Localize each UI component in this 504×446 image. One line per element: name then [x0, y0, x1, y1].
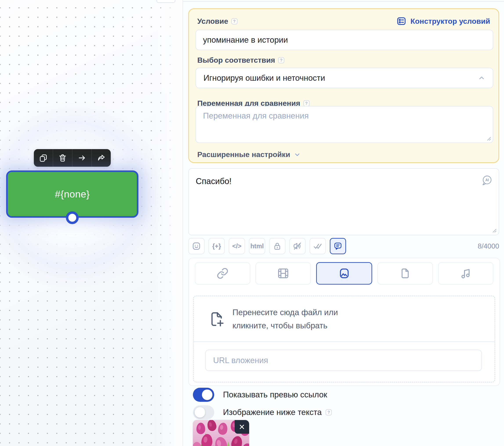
attachment-url-input[interactable] [205, 350, 482, 371]
attach-video-tab[interactable] [255, 262, 311, 285]
dropzone-text: Перенесите сюда файл или кликните, чтобы… [233, 306, 338, 332]
code-button-label: </> [232, 243, 241, 250]
condition-builder-icon [396, 16, 406, 26]
toggle-knob [202, 389, 213, 400]
trash-icon [58, 154, 67, 162]
insert-variable-button[interactable]: {+} [209, 238, 225, 254]
editor-toolbar: {+} </> html [188, 238, 499, 254]
condition-builder-label: Конструктор условий [410, 17, 490, 25]
variable-textarea[interactable] [196, 106, 493, 143]
arrow-right-icon [78, 154, 86, 162]
condition-help-icon[interactable]: ? [231, 18, 237, 24]
read-receipt-button[interactable] [309, 238, 326, 254]
attach-link-tab[interactable] [195, 262, 250, 285]
copy-node-button[interactable] [34, 149, 53, 167]
ai-icon: AI [481, 175, 493, 187]
emoji-icon [192, 241, 201, 251]
attach-file-tab[interactable] [378, 262, 433, 285]
comment-icon [333, 241, 342, 251]
toggle-knob [195, 407, 205, 418]
flow-node-none[interactable]: #{none} [6, 171, 138, 218]
link-preview-label: Показывать превью ссылок [223, 390, 327, 399]
html-button-label: html [250, 243, 264, 250]
film-icon [277, 267, 289, 279]
message-text: Спасибо! [196, 176, 232, 186]
chevron-up-icon [478, 74, 485, 82]
image-below-row: Изображение ниже текста ? [193, 405, 332, 419]
settings-panel: Условие ? Конструктор условий Выбор соот… [183, 0, 504, 446]
link-preview-row: Показывать превью ссылок [193, 388, 327, 402]
link-icon [216, 267, 229, 279]
variable-button-label: {+} [212, 243, 221, 250]
canvas-fade [154, 0, 183, 446]
flow-node-label: #{none} [55, 189, 90, 200]
chevron-down-icon [294, 151, 301, 158]
image-below-label: Изображение ниже текста [223, 408, 322, 417]
voice-off-icon [293, 241, 302, 251]
condition-builder-link[interactable]: Конструктор условий [396, 16, 490, 26]
share-node-button[interactable] [91, 149, 111, 167]
silent-message-button[interactable] [289, 238, 306, 254]
canvas-top-control[interactable] [156, 0, 175, 3]
condition-card: Условие ? Конструктор условий Выбор соот… [188, 8, 499, 163]
emoji-button[interactable] [188, 238, 205, 254]
connect-node-button[interactable] [72, 149, 91, 167]
advanced-settings-toggle[interactable]: Расширенные настройки [197, 150, 301, 159]
match-help-icon[interactable]: ? [278, 57, 284, 63]
code-button[interactable]: </> [229, 238, 245, 254]
attachment-tabs [195, 262, 493, 285]
attach-image-tab[interactable] [316, 262, 372, 285]
attach-audio-tab[interactable] [438, 262, 493, 285]
copy-icon [39, 154, 48, 162]
delete-node-button[interactable] [53, 149, 72, 167]
ai-badge-text: AI [485, 178, 489, 182]
remove-attachment-button[interactable] [235, 420, 249, 434]
variable-help-icon[interactable]: ? [303, 100, 309, 106]
forward-share-icon [97, 154, 106, 162]
condition-input[interactable] [196, 30, 493, 50]
file-plus-icon [208, 310, 225, 328]
flow-builder-app: #{none} Условие ? Конструктор условий [0, 0, 504, 446]
message-editor[interactable]: Спасибо! AI [188, 168, 499, 235]
flow-canvas[interactable]: #{none} [0, 0, 183, 446]
comment-button[interactable] [330, 238, 346, 254]
match-label: Выбор соответствия [197, 56, 275, 64]
ai-assistant-button[interactable]: AI [481, 175, 493, 187]
resize-handle-icon[interactable] [492, 228, 497, 233]
close-icon [238, 423, 245, 430]
html-button[interactable]: html [249, 238, 265, 254]
condition-label: Условие [197, 17, 228, 25]
char-counter: 8/4000 [478, 242, 499, 250]
file-icon [399, 267, 411, 279]
link-preview-toggle[interactable] [193, 388, 214, 402]
protect-content-button[interactable] [269, 238, 285, 254]
dropzone-divider [194, 341, 495, 342]
lock-icon [273, 241, 282, 251]
double-check-icon [313, 241, 322, 251]
panel-top-border [183, 1, 504, 2]
attachments-block: Перенесите сюда файл или кликните, чтобы… [188, 258, 500, 386]
image-below-help-icon[interactable]: ? [325, 409, 332, 415]
image-attachment-thumbnail [193, 420, 249, 446]
match-select[interactable]: Игнорируя ошибки и неточности [196, 68, 493, 88]
image-icon [338, 267, 350, 279]
file-dropzone[interactable]: Перенесите сюда файл или кликните, чтобы… [193, 296, 495, 382]
match-select-value: Игнорируя ошибки и неточности [203, 74, 325, 83]
advanced-settings-label: Расширенные настройки [197, 150, 290, 159]
music-icon [460, 267, 472, 279]
node-output-port[interactable] [66, 211, 79, 224]
image-below-toggle[interactable] [193, 405, 214, 419]
node-toolbar [34, 149, 111, 167]
